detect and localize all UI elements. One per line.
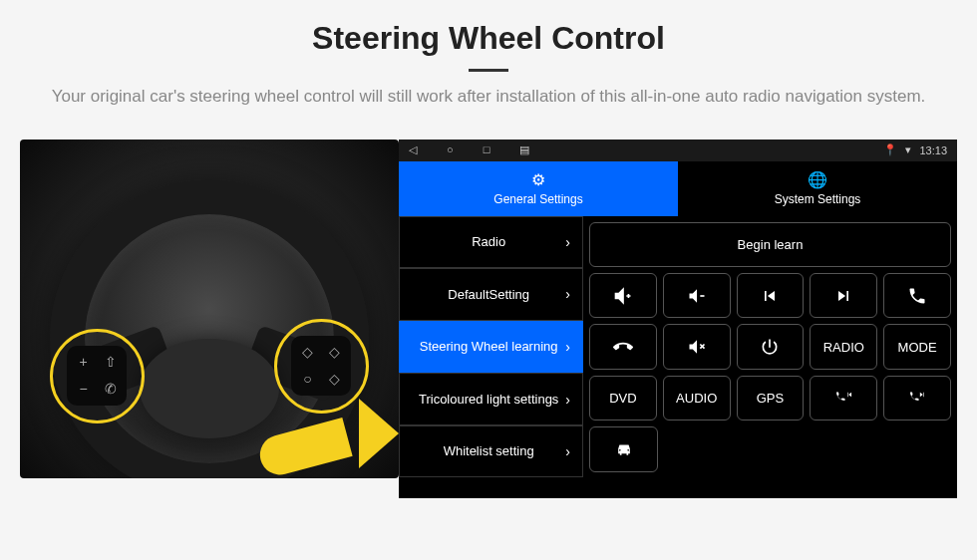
tab-label: System Settings	[775, 192, 861, 206]
call-hangup-button[interactable]	[589, 324, 657, 369]
phone-next-icon	[907, 388, 927, 408]
next-track-icon	[833, 286, 853, 306]
chevron-right-icon: ›	[565, 339, 570, 355]
empty-slot	[884, 426, 951, 471]
radio-button[interactable]: RADIO	[810, 324, 877, 369]
button-label: GPS	[757, 391, 784, 406]
gps-button[interactable]: GPS	[737, 376, 805, 420]
begin-learn-button[interactable]: Begin learn	[589, 222, 951, 267]
title-divider	[469, 69, 508, 72]
settings-tabs: ⚙ General Settings 🌐 System Settings	[399, 161, 957, 216]
globe-icon: 🌐	[808, 170, 827, 189]
sidebar-item-label: Steering Wheel learning	[412, 339, 565, 355]
dvd-button[interactable]: DVD	[589, 376, 657, 420]
tab-label: General Settings	[493, 192, 582, 206]
volume-up-button[interactable]	[589, 273, 657, 318]
sidebar-item-tricoloured-light[interactable]: Tricoloured light settings ›	[399, 373, 583, 425]
phone-prev-icon	[833, 388, 853, 408]
volume-down-icon	[687, 286, 707, 306]
volume-down-button[interactable]	[663, 273, 731, 318]
tab-general-settings[interactable]: ⚙ General Settings	[399, 161, 678, 216]
settings-sidebar: Radio › DefaultSetting › Steering Wheel …	[399, 216, 583, 478]
sidebar-item-label: Radio	[412, 234, 565, 250]
sidebar-item-radio[interactable]: Radio ›	[399, 216, 583, 269]
prev-track-icon	[760, 286, 780, 306]
content-area: + ⇧ − ✆ ◇ ◇ ○ ◇ ◁ ○ □ ▤ 📍	[0, 120, 977, 498]
recent-icon[interactable]: □	[484, 143, 490, 156]
back-icon[interactable]: ◁	[409, 143, 417, 156]
empty-slot	[738, 426, 805, 471]
sidebar-item-default-setting[interactable]: DefaultSetting ›	[399, 268, 583, 321]
button-label: MODE	[898, 340, 937, 355]
sidebar-item-whitelist[interactable]: Whitelist setting ›	[399, 425, 583, 478]
settings-body: Radio › DefaultSetting › Steering Wheel …	[399, 216, 957, 478]
head-unit-screen: ◁ ○ □ ▤ 📍 ▾ 13:13 ⚙ General Settings 🌐 S…	[399, 140, 957, 498]
arrow-indicator	[259, 399, 399, 478]
phone-hangup-icon	[613, 337, 633, 357]
clock: 13:13	[919, 144, 947, 156]
call-prev-button[interactable]	[810, 376, 877, 420]
car-button[interactable]	[589, 426, 658, 471]
empty-slot	[664, 426, 731, 471]
empty-slot	[811, 426, 877, 471]
mute-button[interactable]	[663, 324, 731, 369]
wifi-icon: ▾	[905, 143, 911, 156]
notification-icon[interactable]: ▤	[519, 143, 529, 156]
header: Steering Wheel Control Your original car…	[0, 0, 977, 120]
sidebar-item-label: Tricoloured light settings	[412, 392, 565, 408]
learning-grid: Begin learn	[583, 216, 957, 478]
wheel-hub	[140, 339, 279, 438]
page-subtitle: Your original car's steering wheel contr…	[40, 84, 937, 110]
power-button[interactable]	[737, 324, 805, 369]
chevron-right-icon: ›	[565, 443, 570, 459]
power-icon	[760, 337, 780, 357]
call-next-button[interactable]	[883, 376, 951, 420]
phone-icon	[907, 286, 927, 306]
home-icon[interactable]: ○	[447, 143, 454, 156]
chevron-right-icon: ›	[565, 392, 570, 408]
sidebar-item-label: DefaultSetting	[412, 287, 565, 303]
tab-system-settings[interactable]: 🌐 System Settings	[678, 161, 957, 216]
button-label: AUDIO	[676, 391, 717, 406]
android-statusbar: ◁ ○ □ ▤ 📍 ▾ 13:13	[399, 140, 957, 161]
chevron-right-icon: ›	[565, 286, 570, 302]
button-label: DVD	[609, 391, 636, 406]
volume-up-icon	[613, 286, 633, 306]
prev-track-button[interactable]	[737, 273, 805, 318]
car-icon	[614, 439, 634, 459]
chevron-right-icon: ›	[565, 234, 570, 250]
gear-icon: ⚙	[531, 170, 545, 189]
button-label: Begin learn	[738, 237, 804, 252]
sidebar-item-steering-wheel-learning[interactable]: Steering Wheel learning ›	[399, 321, 583, 374]
location-icon: 📍	[883, 143, 897, 156]
steering-wheel-photo: + ⇧ − ✆ ◇ ◇ ○ ◇	[20, 140, 399, 478]
call-answer-button[interactable]	[883, 273, 951, 318]
highlight-circle	[50, 329, 145, 423]
sidebar-item-label: Whitelist setting	[412, 443, 565, 459]
mode-button[interactable]: MODE	[883, 324, 951, 369]
mute-icon	[687, 337, 707, 357]
audio-button[interactable]: AUDIO	[663, 376, 731, 420]
button-label: RADIO	[823, 340, 864, 355]
page-title: Steering Wheel Control	[40, 20, 937, 57]
next-track-button[interactable]	[810, 273, 877, 318]
